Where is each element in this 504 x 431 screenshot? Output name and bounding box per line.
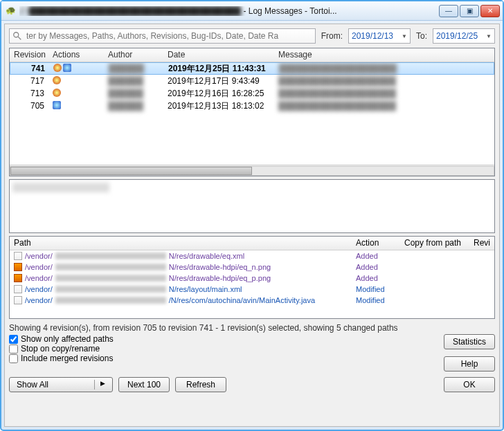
action-blue-icon: [53, 101, 61, 109]
file-icon: [14, 274, 22, 282]
action-red-icon: [53, 89, 61, 97]
cell-revision: 741: [10, 62, 49, 75]
cell-action: Added: [352, 250, 400, 262]
cell-path: /vendor//N/res/com/autochina/avin/MainAc…: [10, 295, 352, 306]
cell-rev: [469, 299, 494, 302]
log-list-header[interactable]: Revision Actions Author Date Message: [10, 48, 494, 62]
from-label: From:: [321, 31, 343, 41]
file-icon: [14, 263, 22, 271]
check-affected[interactable]: Show only affected paths: [9, 334, 444, 344]
cell-copyfrom: [400, 299, 469, 302]
maximize-button[interactable]: ▣: [460, 5, 479, 17]
window: 🐢 Z:\███████████████████████████████████…: [0, 0, 504, 431]
path-blurred: [55, 297, 166, 304]
check-merged-box[interactable]: [9, 354, 18, 363]
titlebar[interactable]: 🐢 Z:\███████████████████████████████████…: [1, 1, 503, 21]
col-action[interactable]: Action: [352, 237, 400, 250]
show-all-label: Show All: [17, 380, 48, 389]
path-row[interactable]: /vendor/N/res/drawable/eq.xmlAdded: [10, 250, 494, 262]
col-path[interactable]: Path: [10, 237, 352, 250]
window-title: Z:\████████████████████████████████████ …: [19, 6, 439, 16]
ok-button[interactable]: OK: [444, 377, 495, 392]
path-list-body[interactable]: /vendor/N/res/drawable/eq.xmlAdded/vendo…: [10, 250, 494, 318]
path-row[interactable]: /vendor/N/res/drawable-hdpi/eq_n.pngAdde…: [10, 262, 494, 273]
check-merged-label: Include merged revisions: [21, 354, 113, 363]
message-panel[interactable]: [9, 179, 495, 233]
col-copyfrom[interactable]: Copy from path: [400, 237, 469, 250]
log-row[interactable]: 713██████2019年12月16日 16:28:25███████████…: [10, 87, 494, 100]
cell-action: Added: [352, 262, 400, 273]
path-row[interactable]: /vendor/N/res/layout/main.xmlModified: [10, 284, 494, 295]
action-blue-icon: [63, 64, 71, 72]
cell-rev: [469, 266, 494, 268]
check-stop-box[interactable]: [9, 345, 18, 354]
show-all-button[interactable]: Show All ▶: [9, 377, 113, 392]
check-affected-box[interactable]: [9, 335, 18, 344]
check-stop-label: Stop on copy/rename: [21, 344, 100, 354]
cell-rev: [469, 277, 494, 279]
refresh-button[interactable]: Refresh: [175, 377, 226, 392]
cell-message-blurred: ████████████████████: [274, 100, 494, 112]
path-header[interactable]: Path Action Copy from path Revi: [10, 237, 494, 250]
col-revision[interactable]: Revision: [10, 48, 48, 62]
col-revision[interactable]: Revi: [469, 237, 494, 250]
status-text: Showing 4 revision(s), from revision 705…: [9, 323, 495, 333]
message-text-blurred: [12, 183, 109, 192]
cell-message-blurred: ████████████████████: [274, 75, 494, 87]
cell-path: /vendor/N/res/drawable-hdpi/eq_n.png: [10, 262, 352, 273]
title-suffix: - Log Messages - Tortoi...: [241, 6, 337, 16]
col-date[interactable]: Date: [163, 48, 274, 62]
check-affected-label: Show only affected paths: [21, 334, 114, 344]
cell-revision: 705: [10, 100, 48, 112]
to-date-value: 2019/12/25: [436, 31, 478, 41]
check-merged[interactable]: Include merged revisions: [9, 354, 444, 363]
cell-author-blurred: ██████: [104, 87, 163, 100]
path-blurred: [55, 286, 166, 293]
log-row[interactable]: 741██████2019年12月25日 11:43:31███████████…: [10, 62, 494, 75]
path-row[interactable]: /vendor//N/res/com/autochina/avin/MainAc…: [10, 295, 494, 306]
path-blurred: [55, 275, 166, 282]
filter-box[interactable]: [9, 28, 316, 44]
file-icon: [14, 252, 22, 260]
log-row[interactable]: 717██████2019年12月17日 9:43:49████████████…: [10, 75, 494, 87]
path-blurred: [55, 253, 166, 259]
svg-point-0: [14, 33, 19, 37]
help-button[interactable]: Help: [444, 356, 495, 372]
log-list: Revision Actions Author Date Message 741…: [9, 48, 495, 176]
cell-copyfrom: [400, 277, 469, 279]
cell-rev: [469, 288, 494, 291]
search-icon: [12, 31, 22, 41]
cell-actions: [49, 62, 105, 75]
from-date-value: 2019/12/13: [352, 31, 393, 41]
col-message[interactable]: Message: [274, 48, 494, 62]
cell-copyfrom: [400, 255, 469, 257]
from-date[interactable]: 2019/12/13 ▼: [348, 28, 411, 44]
cell-author-blurred: ██████: [104, 100, 163, 112]
log-list-body[interactable]: 741██████2019年12月25日 11:43:31███████████…: [10, 62, 494, 165]
cell-message-blurred: ████████████████████: [274, 87, 494, 100]
log-row[interactable]: 705██████2019年12月13日 18:13:02███████████…: [10, 100, 494, 112]
cell-actions: [48, 75, 104, 88]
path-row[interactable]: /vendor/N/res/drawable-hdpi/eq_p.pngAdde…: [10, 273, 494, 284]
cell-author-blurred: ██████: [104, 75, 163, 87]
close-button[interactable]: ✕: [480, 5, 500, 17]
check-stop[interactable]: Stop on copy/rename: [9, 344, 444, 354]
minimize-button[interactable]: —: [439, 5, 458, 17]
filter-input[interactable]: [25, 30, 312, 42]
to-date[interactable]: 2019/12/25 ▼: [433, 28, 495, 44]
dropdown-icon: ▼: [486, 33, 492, 39]
cell-message-blurred: ████████████████████: [275, 62, 494, 75]
svg-line-1: [18, 37, 21, 39]
title-path-blurred: Z:\████████████████████████████████████: [19, 6, 241, 16]
cell-action: Modified: [352, 284, 400, 295]
to-label: To:: [416, 31, 427, 41]
horizontal-scrollbar[interactable]: [10, 165, 494, 176]
cell-revision: 713: [10, 87, 48, 100]
statistics-button[interactable]: Statistics: [444, 334, 495, 349]
cell-path: /vendor/N/res/drawable-hdpi/eq_p.png: [10, 273, 352, 284]
col-actions[interactable]: Actions: [48, 48, 104, 62]
col-author[interactable]: Author: [104, 48, 163, 62]
split-arrow-icon[interactable]: ▶: [94, 380, 105, 389]
client-area: From: 2019/12/13 ▼ To: 2019/12/25 ▼ Revi…: [4, 24, 500, 427]
next-100-button[interactable]: Next 100: [118, 377, 170, 392]
